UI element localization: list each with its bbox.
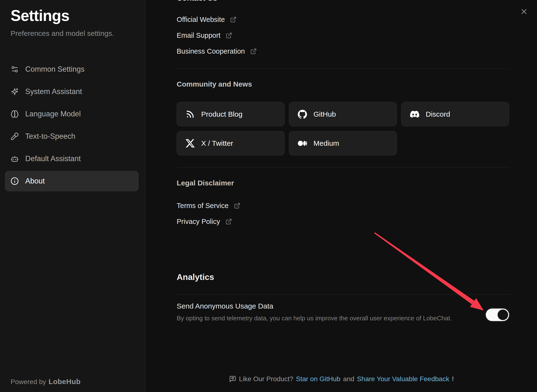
community-buttons: Product Blog GitHub Discord X / Twitter … [177,102,509,155]
footer-text: and [343,375,354,383]
medium-icon [298,139,307,148]
brain-icon [11,110,19,118]
message-heart-icon [229,375,236,383]
discord-icon [410,110,419,119]
link-business-cooperation[interactable]: Business Cooperation [177,43,257,59]
x-twitter-button[interactable]: X / Twitter [177,131,285,155]
section-title-community: Community and News [177,80,252,88]
github-button[interactable]: GitHub [289,102,397,126]
footer-text: ! [452,375,454,383]
section-divider [177,69,510,69]
sparkles-icon [11,88,19,96]
bot-icon [11,155,19,163]
medium-button[interactable]: Medium [289,131,397,155]
footer-text: Like Our Product? [239,375,293,383]
link-label: Business Cooperation [177,47,245,55]
sidebar-item-label: Text-to-Speech [25,132,75,141]
github-icon [298,110,307,119]
link-label: Email Support [177,32,220,39]
section-divider [177,294,510,295]
lobechat-settings-page: { "colors": { "link_blue": "#6fb9e2", "a… [0,0,537,392]
setting-label-send-usage-data: Send Anonymous Usage Data [177,302,273,310]
lobehub-brand[interactable]: LobeHub [49,378,81,386]
sidebar-item-default-assistant[interactable]: Default Assistant [5,148,139,169]
link-label: Privacy Policy [177,218,220,226]
sidebar-menu: Common Settings System Assistant Languag… [5,59,139,191]
sidebar-item-label: Language Model [25,110,81,118]
close-button[interactable] [518,5,530,18]
discord-button[interactable]: Discord [401,102,509,126]
external-link-icon [250,48,257,55]
star-on-github-link[interactable]: Star on GitHub [296,375,340,383]
rss-icon [186,110,195,119]
share-feedback-link[interactable]: Share Your Valuable Feedback [357,375,449,383]
contact-links: Official Website Email Support Business … [177,12,257,59]
link-email-support[interactable]: Email Support [177,27,257,43]
info-icon [11,177,19,185]
link-label: Official Website [177,16,225,24]
settings-sidebar: Settings Preferences and model settings.… [0,0,146,392]
sidebar-item-language-model[interactable]: Language Model [5,104,139,124]
button-label: X / Twitter [201,139,233,147]
page-footer: Like Our Product? Star on GitHub and Sha… [146,375,537,383]
sidebar-item-label: About [25,177,45,185]
sidebar-item-about[interactable]: About [5,171,139,191]
section-title-analytics: Analytics [177,272,214,282]
external-link-icon [225,218,232,225]
button-label: GitHub [313,110,336,118]
x-twitter-icon [186,139,195,148]
powered-by-label: Powered by [11,378,46,386]
link-privacy-policy[interactable]: Privacy Policy [177,214,240,229]
sidebar-item-common-settings[interactable]: Common Settings [5,59,139,80]
external-link-icon [234,202,240,209]
link-terms-of-service[interactable]: Terms of Service [177,198,240,214]
page-subtitle: Preferences and model settings. [11,29,114,38]
legal-links: Terms of Service Privacy Policy [177,198,240,229]
sidebar-item-text-to-speech[interactable]: Text-to-Speech [5,126,139,147]
close-icon [520,7,528,16]
send-usage-data-toggle[interactable] [486,309,509,321]
external-link-icon [230,16,237,23]
section-title-legal: Legal Disclaimer [177,179,234,187]
button-label: Medium [313,139,339,147]
page-title: Settings [11,7,69,25]
toggle-knob [498,310,508,320]
link-official-website[interactable]: Official Website [177,12,257,27]
external-link-icon [226,32,232,39]
link-label: Terms of Service [177,202,229,210]
sidebar-item-system-assistant[interactable]: System Assistant [5,81,139,102]
section-title-contact-us: Contact Us [177,0,217,3]
sidebar-item-label: System Assistant [25,87,82,96]
sidebar-item-label: Common Settings [25,65,84,74]
settings-sliders-icon [11,65,19,73]
section-divider [177,167,510,167]
button-label: Discord [426,110,450,118]
button-label: Product Blog [201,110,243,118]
mic-icon [11,132,19,140]
powered-by: Powered by LobeHub [11,378,81,386]
about-settings-panel: Contact Us Official Website Email Suppor… [146,0,537,392]
product-blog-button[interactable]: Product Blog [177,102,285,126]
sidebar-item-label: Default Assistant [25,154,81,163]
setting-description: By opting to send telemetry data, you ca… [177,315,452,322]
